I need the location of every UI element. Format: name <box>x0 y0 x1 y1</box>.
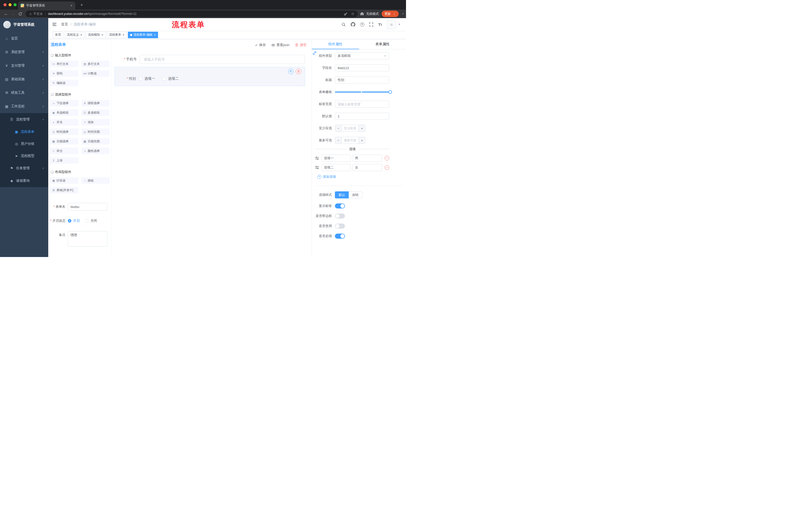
status-off-radio[interactable]: 关闭 <box>85 218 97 223</box>
tab-close-icon[interactable]: × <box>70 3 73 7</box>
font-size-icon[interactable]: TT <box>378 22 382 27</box>
sidebar-item-leave-query[interactable]: ☻ 请假查询 <box>0 174 48 187</box>
option-value-input[interactable] <box>352 164 382 171</box>
sidebar-item-home[interactable]: ⌂ 首页 <box>0 32 48 45</box>
component-type-select[interactable]: 多选框组 ▼ <box>335 52 389 59</box>
tag-close-icon[interactable]: × <box>102 33 103 37</box>
palette-item-row-container[interactable]: ▣行容器 <box>50 177 78 184</box>
sidebar-item-workflow[interactable]: ▦ 工作流程 ∧ <box>0 100 48 113</box>
sidebar-item-process-model[interactable]: ➤ 流程模型 <box>0 150 48 162</box>
link-icon[interactable] <box>312 51 317 55</box>
palette-item-single-text[interactable]: ▭单行文本 <box>50 61 78 67</box>
sidebar-item-system[interactable]: ⚙ 系统管理 ∨ <box>0 45 48 59</box>
bookmark-star-icon[interactable]: ☆ <box>351 11 354 16</box>
back-button[interactable]: ← <box>2 10 9 17</box>
style-button-button[interactable]: 按钮 <box>349 191 362 198</box>
required-toggle[interactable] <box>335 234 345 239</box>
default-value-input[interactable] <box>335 113 389 120</box>
clear-button[interactable]: 清空 <box>295 43 307 47</box>
add-option-button[interactable]: + 添加选项 <box>317 174 406 179</box>
sidebar-item-infrastructure[interactable]: ▤ 基础设施 ∨ <box>0 73 48 86</box>
tag-close-icon[interactable]: × <box>154 33 156 37</box>
tag-process-definition[interactable]: 流程定义 × <box>64 32 84 38</box>
palette-item-time-picker[interactable]: ◷时间选择 <box>50 129 78 135</box>
show-label-toggle[interactable] <box>335 204 345 209</box>
title-input[interactable] <box>335 77 389 83</box>
sidebar-item-devtools[interactable]: ⚒ 研发工具 ∨ <box>0 86 48 100</box>
form-canvas[interactable]: ✓ 保存 查看json 清空 手机号 <box>112 39 312 257</box>
profile-chevron-icon[interactable]: ▾ <box>402 12 404 15</box>
save-button[interactable]: ✓ 保存 <box>255 43 266 47</box>
sidebar-item-payment[interactable]: ¥ 支付管理 ∨ <box>0 59 48 73</box>
style-default-button[interactable]: 默认 <box>335 191 349 198</box>
browser-tab[interactable]: 芋道管理系统 × <box>18 1 76 9</box>
border-toggle[interactable] <box>335 214 345 218</box>
new-tab-button[interactable]: + <box>78 2 85 8</box>
tag-process-form-edit[interactable]: 流程表单-编辑 × <box>128 32 158 38</box>
palette-item-radio-group[interactable]: ◉单选框组 <box>50 109 78 116</box>
palette-item-checkbox-group[interactable]: ☑多选框组 <box>81 109 110 116</box>
increment-button[interactable]: + <box>358 125 365 132</box>
delete-component-button[interactable] <box>296 69 301 74</box>
remove-option-button[interactable]: − <box>385 156 389 160</box>
disabled-toggle[interactable] <box>335 223 345 228</box>
phone-field-row[interactable]: 手机号 <box>115 55 305 64</box>
decrement-button[interactable]: − <box>335 137 342 143</box>
tag-process-form[interactable]: 流程表单 × <box>107 32 127 38</box>
tag-close-icon[interactable]: × <box>80 33 82 37</box>
palette-item-upload[interactable]: ↥上传 <box>50 157 78 164</box>
palette-item-textarea[interactable]: ▤多行文本 <box>81 61 110 67</box>
option-label-input[interactable] <box>321 155 351 162</box>
sidebar-item-process-management[interactable]: ☰ 流程管理 ∧ <box>0 113 48 126</box>
view-json-button[interactable]: 查看json <box>271 43 289 47</box>
palette-item-time-range[interactable]: ◶时间范围 <box>81 129 110 135</box>
search-icon[interactable] <box>342 22 346 27</box>
palette-item-date-picker[interactable]: ▦日期选择 <box>50 138 78 144</box>
reload-button[interactable] <box>17 10 24 17</box>
selected-component-gender[interactable]: 性别 选项一 选项二 <box>115 67 305 86</box>
option-value-input[interactable] <box>352 155 382 162</box>
hamburger-menu-icon[interactable] <box>52 22 57 27</box>
password-key-icon[interactable] <box>344 12 347 16</box>
tag-process-model[interactable]: 流程模型 × <box>86 32 106 38</box>
fullscreen-icon[interactable] <box>369 22 374 27</box>
grid-slider[interactable] <box>335 88 390 96</box>
palette-item-editor[interactable]: ✎编辑器 <box>50 80 78 86</box>
palette-item-cascader[interactable]: ⋔级联选择 <box>81 100 110 106</box>
sidebar-logo[interactable]: 芋道管理系统 <box>0 18 48 31</box>
sidebar-item-task-management[interactable]: ⚑ 任务管理 ∨ <box>0 162 48 174</box>
avatar-caret-icon[interactable]: ▼ <box>398 23 401 26</box>
option-label-input[interactable] <box>321 164 351 171</box>
palette-item-switch[interactable]: ◐开关 <box>50 119 78 126</box>
palette-item-table[interactable]: ⊞表格[开发中] <box>50 187 78 193</box>
phone-input[interactable] <box>140 55 305 64</box>
browser-menu-icon[interactable]: ⋮ <box>393 12 396 16</box>
tag-close-icon[interactable]: × <box>123 33 124 37</box>
sidebar-item-process-form[interactable]: ▣ 流程表单 <box>0 126 48 138</box>
drag-handle-icon[interactable] <box>315 156 319 160</box>
palette-item-date-range[interactable]: ▩日期范围 <box>81 138 110 144</box>
form-remark-textarea[interactable]: 嘿嘿 <box>68 231 107 247</box>
minimize-window-button[interactable] <box>8 3 11 6</box>
palette-item-slider[interactable]: ⌖滑块 <box>81 119 110 126</box>
zoom-window-button[interactable] <box>13 3 17 6</box>
form-name-input[interactable] <box>68 203 107 211</box>
remove-option-button[interactable]: − <box>385 165 389 170</box>
status-on-radio[interactable]: 开启 <box>68 218 80 223</box>
close-window-button[interactable] <box>3 3 6 6</box>
palette-item-select[interactable]: ◒下拉选择 <box>50 100 78 106</box>
palette-item-password[interactable]: ✳密码 <box>50 70 78 77</box>
tag-home[interactable]: 首页 <box>53 32 63 38</box>
breadcrumb-home[interactable]: 首页 <box>61 22 68 27</box>
palette-item-button[interactable]: ☝按钮 <box>81 177 110 184</box>
gender-option2-checkbox[interactable]: 选项二 <box>163 77 179 81</box>
palette-item-rate[interactable]: ☆评分 <box>50 147 78 154</box>
decrement-button[interactable]: − <box>335 125 342 132</box>
tab-component-properties[interactable]: 组件属性 <box>312 39 359 49</box>
sidebar-item-user-group[interactable]: ◎ 用户分组 <box>0 138 48 150</box>
avatar[interactable]: ▦ <box>387 20 396 29</box>
field-name-input[interactable] <box>335 64 389 72</box>
increment-button[interactable]: + <box>358 137 365 143</box>
palette-item-color-picker[interactable]: ◑颜色选择 <box>81 147 110 154</box>
tab-form-properties[interactable]: 表单属性 <box>359 39 406 49</box>
